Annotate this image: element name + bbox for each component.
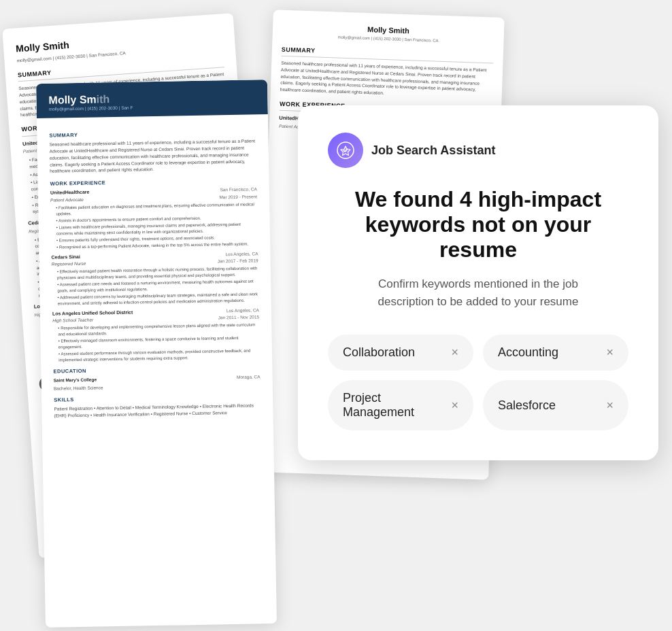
keyword-chip-accounting[interactable]: Accounting × [483, 335, 628, 371]
front-job-1: UnitedHealthcare San Francisco, CA Patie… [50, 186, 258, 251]
keyword-label-salesforce: Salesforce [498, 398, 556, 413]
front-job-2: Cedars Sinai Los Angeles, CA Registered … [51, 250, 258, 307]
keyword-chip-salesforce[interactable]: Salesforce × [483, 380, 628, 430]
keyword-chip-project-management[interactable]: Project Management × [328, 380, 473, 430]
front-job-3: Los Angeles Unified School District Los … [52, 307, 260, 364]
resume-front: Molly Smith molly@gmail.com | (415) 202-… [36, 80, 277, 628]
resume-front-body: SUMMARY Seasoned healthcare professional… [37, 114, 273, 427]
keyword-label-project-management: Project Management [343, 391, 444, 420]
keyword-close-salesforce[interactable]: × [606, 398, 614, 413]
modal-title: We found 4 high-impact keywords not on y… [328, 187, 628, 262]
keyword-label-accounting: Accounting [498, 345, 558, 360]
back-right-summary-text: Seasoned healthcare professional with 11… [280, 60, 494, 101]
job-search-assistant-icon [328, 133, 363, 168]
modal-header-text: Job Search Assistant [371, 143, 495, 158]
keyword-close-collaboration[interactable]: × [451, 345, 458, 360]
modal-subtitle: Confirm keywords mentioned in the jobdes… [328, 275, 628, 310]
resume-front-header: Molly Smith molly@gmail.com | (415) 202-… [36, 80, 268, 118]
keyword-close-accounting[interactable]: × [606, 345, 614, 360]
keyword-chip-collaboration[interactable]: Collaboration × [328, 335, 473, 371]
keyword-modal: Job Search Assistant We found 4 high-imp… [298, 105, 658, 460]
keyword-label-collaboration: Collaboration [343, 345, 415, 360]
front-summary-text: Seasoned healthcare professional with 11… [50, 138, 257, 175]
keywords-grid: Collaboration × Accounting × Project Man… [328, 335, 628, 430]
keyword-close-project-management[interactable]: × [451, 398, 458, 413]
modal-header: Job Search Assistant [328, 133, 628, 168]
